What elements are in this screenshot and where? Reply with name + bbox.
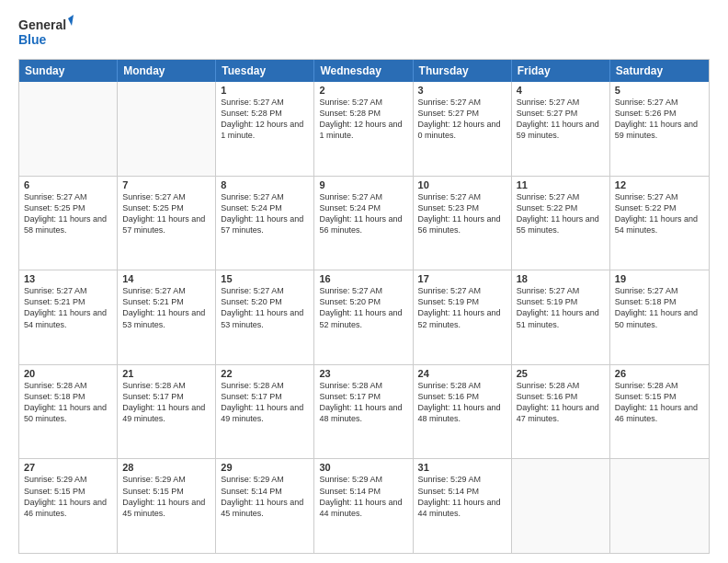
- calendar-cell: 22Sunrise: 5:28 AM Sunset: 5:17 PM Dayli…: [216, 365, 314, 459]
- day-number: 10: [418, 179, 506, 190]
- calendar-cell: 3Sunrise: 5:27 AM Sunset: 5:27 PM Daylig…: [414, 82, 512, 176]
- cell-info: Sunrise: 5:27 AM Sunset: 5:24 PM Dayligh…: [319, 191, 407, 236]
- page: General Blue SundayMondayTuesdayWednesda…: [0, 0, 728, 563]
- cell-info: Sunrise: 5:27 AM Sunset: 5:20 PM Dayligh…: [319, 285, 407, 330]
- day-number: 16: [319, 273, 407, 284]
- calendar-cell: 9Sunrise: 5:27 AM Sunset: 5:24 PM Daylig…: [314, 177, 413, 270]
- calendar-cell: 5Sunrise: 5:27 AM Sunset: 5:26 PM Daylig…: [610, 82, 709, 176]
- svg-text:Blue: Blue: [18, 32, 47, 47]
- day-number: 11: [517, 179, 605, 190]
- cell-info: Sunrise: 5:27 AM Sunset: 5:24 PM Dayligh…: [221, 191, 309, 236]
- calendar-cell: 13Sunrise: 5:27 AM Sunset: 5:21 PM Dayli…: [19, 270, 118, 364]
- svg-text:General: General: [18, 17, 66, 32]
- day-number: 12: [615, 179, 704, 190]
- calendar-header-cell: Tuesday: [216, 60, 314, 82]
- cell-info: Sunrise: 5:29 AM Sunset: 5:14 PM Dayligh…: [418, 474, 506, 519]
- day-number: 19: [615, 273, 704, 284]
- day-number: 2: [319, 85, 407, 96]
- cell-info: Sunrise: 5:27 AM Sunset: 5:27 PM Dayligh…: [517, 97, 605, 142]
- day-number: 14: [122, 273, 210, 284]
- cell-info: Sunrise: 5:27 AM Sunset: 5:27 PM Dayligh…: [418, 97, 506, 142]
- day-number: 6: [24, 179, 112, 190]
- day-number: 26: [615, 368, 704, 379]
- calendar-cell: 14Sunrise: 5:27 AM Sunset: 5:21 PM Dayli…: [118, 270, 216, 364]
- calendar-cell: 15Sunrise: 5:27 AM Sunset: 5:20 PM Dayli…: [216, 270, 314, 364]
- calendar-cell: 4Sunrise: 5:27 AM Sunset: 5:27 PM Daylig…: [512, 82, 610, 176]
- calendar-cell: 19Sunrise: 5:27 AM Sunset: 5:18 PM Dayli…: [610, 270, 709, 364]
- calendar-cell: 7Sunrise: 5:27 AM Sunset: 5:25 PM Daylig…: [118, 177, 216, 270]
- cell-info: Sunrise: 5:27 AM Sunset: 5:22 PM Dayligh…: [615, 191, 704, 236]
- cell-info: Sunrise: 5:28 AM Sunset: 5:15 PM Dayligh…: [615, 380, 704, 425]
- calendar-cell: 25Sunrise: 5:28 AM Sunset: 5:16 PM Dayli…: [512, 365, 610, 459]
- cell-info: Sunrise: 5:28 AM Sunset: 5:17 PM Dayligh…: [221, 380, 309, 425]
- cell-info: Sunrise: 5:29 AM Sunset: 5:15 PM Dayligh…: [24, 474, 112, 519]
- calendar-body: 1Sunrise: 5:27 AM Sunset: 5:28 PM Daylig…: [19, 82, 709, 553]
- cell-info: Sunrise: 5:27 AM Sunset: 5:22 PM Dayligh…: [517, 191, 605, 236]
- cell-info: Sunrise: 5:27 AM Sunset: 5:19 PM Dayligh…: [517, 285, 605, 330]
- calendar-cell: 28Sunrise: 5:29 AM Sunset: 5:15 PM Dayli…: [118, 459, 216, 553]
- cell-info: Sunrise: 5:28 AM Sunset: 5:16 PM Dayligh…: [418, 380, 506, 425]
- calendar-cell: 23Sunrise: 5:28 AM Sunset: 5:17 PM Dayli…: [314, 365, 413, 459]
- day-number: 20: [24, 368, 112, 379]
- day-number: 15: [221, 273, 309, 284]
- calendar-cell: 2Sunrise: 5:27 AM Sunset: 5:28 PM Daylig…: [314, 82, 413, 176]
- day-number: 28: [122, 462, 210, 473]
- cell-info: Sunrise: 5:28 AM Sunset: 5:17 PM Dayligh…: [122, 380, 210, 425]
- logo: General Blue: [18, 15, 74, 52]
- calendar-cell: 29Sunrise: 5:29 AM Sunset: 5:14 PM Dayli…: [216, 459, 314, 553]
- day-number: 18: [517, 273, 605, 284]
- cell-info: Sunrise: 5:27 AM Sunset: 5:23 PM Dayligh…: [418, 191, 506, 236]
- cell-info: Sunrise: 5:27 AM Sunset: 5:28 PM Dayligh…: [221, 97, 309, 142]
- day-number: 29: [221, 462, 309, 473]
- day-number: 3: [418, 85, 506, 96]
- calendar-row: 13Sunrise: 5:27 AM Sunset: 5:21 PM Dayli…: [19, 270, 709, 364]
- calendar-cell: 27Sunrise: 5:29 AM Sunset: 5:15 PM Dayli…: [19, 459, 118, 553]
- cell-info: Sunrise: 5:28 AM Sunset: 5:16 PM Dayligh…: [517, 380, 605, 425]
- calendar-cell: 11Sunrise: 5:27 AM Sunset: 5:22 PM Dayli…: [512, 177, 610, 270]
- svg-marker-2: [68, 15, 74, 26]
- cell-info: Sunrise: 5:28 AM Sunset: 5:17 PM Dayligh…: [319, 380, 407, 425]
- calendar-cell: 20Sunrise: 5:28 AM Sunset: 5:18 PM Dayli…: [19, 365, 118, 459]
- day-number: 8: [221, 179, 309, 190]
- cell-info: Sunrise: 5:27 AM Sunset: 5:28 PM Dayligh…: [319, 97, 407, 142]
- cell-info: Sunrise: 5:28 AM Sunset: 5:18 PM Dayligh…: [24, 380, 112, 425]
- day-number: 23: [319, 368, 407, 379]
- calendar-cell: 21Sunrise: 5:28 AM Sunset: 5:17 PM Dayli…: [118, 365, 216, 459]
- cell-info: Sunrise: 5:27 AM Sunset: 5:19 PM Dayligh…: [418, 285, 506, 330]
- calendar-header-cell: Thursday: [414, 60, 512, 82]
- cell-info: Sunrise: 5:27 AM Sunset: 5:21 PM Dayligh…: [24, 285, 112, 330]
- calendar-header-cell: Wednesday: [314, 60, 413, 82]
- day-number: 22: [221, 368, 309, 379]
- calendar-header: SundayMondayTuesdayWednesdayThursdayFrid…: [19, 60, 709, 82]
- calendar-cell: 17Sunrise: 5:27 AM Sunset: 5:19 PM Dayli…: [414, 270, 512, 364]
- calendar-cell: 12Sunrise: 5:27 AM Sunset: 5:22 PM Dayli…: [610, 177, 709, 270]
- day-number: 13: [24, 273, 112, 284]
- day-number: 24: [418, 368, 506, 379]
- day-number: 7: [122, 179, 210, 190]
- calendar-cell: 31Sunrise: 5:29 AM Sunset: 5:14 PM Dayli…: [414, 459, 512, 553]
- calendar-cell: [610, 459, 709, 553]
- calendar-cell: 30Sunrise: 5:29 AM Sunset: 5:14 PM Dayli…: [314, 459, 413, 553]
- calendar-row: 27Sunrise: 5:29 AM Sunset: 5:15 PM Dayli…: [19, 458, 709, 553]
- cell-info: Sunrise: 5:27 AM Sunset: 5:21 PM Dayligh…: [122, 285, 210, 330]
- calendar-cell: [512, 459, 610, 553]
- day-number: 17: [418, 273, 506, 284]
- day-number: 21: [122, 368, 210, 379]
- calendar-cell: [19, 82, 118, 176]
- calendar-cell: 26Sunrise: 5:28 AM Sunset: 5:15 PM Dayli…: [610, 365, 709, 459]
- day-number: 1: [221, 85, 309, 96]
- day-number: 9: [319, 179, 407, 190]
- cell-info: Sunrise: 5:27 AM Sunset: 5:25 PM Dayligh…: [24, 191, 112, 236]
- calendar-header-cell: Friday: [512, 60, 610, 82]
- calendar-cell: 16Sunrise: 5:27 AM Sunset: 5:20 PM Dayli…: [314, 270, 413, 364]
- calendar-cell: 24Sunrise: 5:28 AM Sunset: 5:16 PM Dayli…: [414, 365, 512, 459]
- calendar-cell: 8Sunrise: 5:27 AM Sunset: 5:24 PM Daylig…: [216, 177, 314, 270]
- day-number: 4: [517, 85, 605, 96]
- calendar-row: 1Sunrise: 5:27 AM Sunset: 5:28 PM Daylig…: [19, 82, 709, 176]
- calendar-header-cell: Saturday: [610, 60, 709, 82]
- calendar-header-cell: Monday: [118, 60, 216, 82]
- calendar-cell: [118, 82, 216, 176]
- calendar-cell: 18Sunrise: 5:27 AM Sunset: 5:19 PM Dayli…: [512, 270, 610, 364]
- cell-info: Sunrise: 5:29 AM Sunset: 5:14 PM Dayligh…: [221, 474, 309, 519]
- cell-info: Sunrise: 5:27 AM Sunset: 5:20 PM Dayligh…: [221, 285, 309, 330]
